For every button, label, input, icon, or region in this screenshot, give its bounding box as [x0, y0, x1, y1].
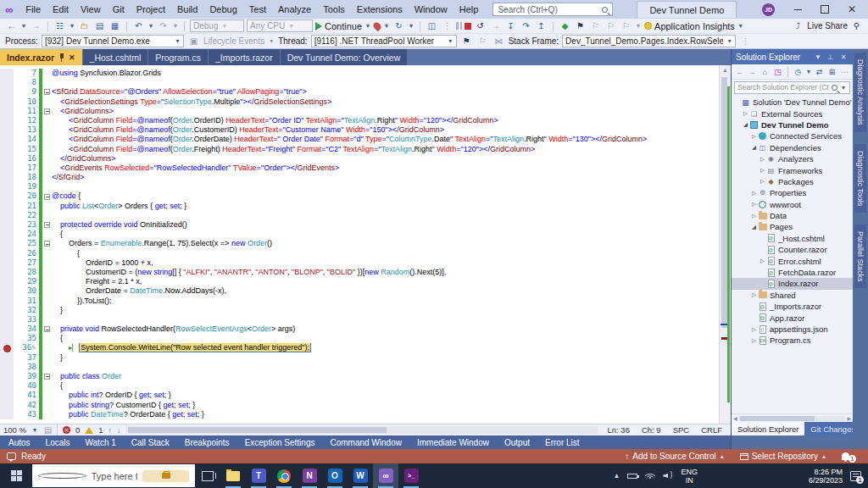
taskbar-app-teams[interactable]: T: [246, 463, 271, 488]
horizontal-scrollbar-thumb[interactable]: [128, 427, 387, 433]
tree-item-properties[interactable]: ▷⚙Properties: [732, 187, 853, 198]
tree-item-fetchdata-razor[interactable]: @FetchData.razor: [732, 267, 853, 278]
breakpoint-margin[interactable]: [0, 191, 14, 201]
new-project-caret[interactable]: ▼: [69, 23, 75, 29]
tree-item-connected-services[interactable]: ▷Connected Services: [732, 130, 853, 141]
restart-debugging-icon[interactable]: ↺: [474, 19, 487, 32]
maximize-button[interactable]: [812, 0, 837, 19]
tree-item-dependencies[interactable]: ◢◫Dependencies: [732, 142, 853, 153]
new-project-icon[interactable]: ☷: [53, 19, 66, 32]
se-scrollbar-thumb[interactable]: [740, 416, 815, 421]
notifications-bell-button[interactable]: 1: [837, 450, 861, 463]
menu-project[interactable]: Project: [131, 3, 171, 16]
breakpoint-margin[interactable]: [0, 145, 14, 154]
solution-explorer-search-input[interactable]: Search Solution Explorer (Ctrl+;) ▼: [734, 81, 850, 94]
error-count-icon[interactable]: ✕: [63, 426, 70, 434]
show-next-statement-icon[interactable]: →: [489, 19, 502, 32]
fold-margin[interactable]: [42, 108, 52, 114]
restart-app-icon[interactable]: ↻: [392, 19, 405, 32]
panel-tab-breakpoints[interactable]: Breakpoints: [178, 437, 236, 448]
navigate-back-icon[interactable]: ←: [5, 19, 18, 32]
breakpoint-margin[interactable]: [0, 164, 14, 173]
panel-tab-error-list[interactable]: Error List: [538, 437, 587, 448]
redo-icon[interactable]: ↷: [157, 19, 170, 32]
code-line[interactable]: 19: [0, 182, 719, 191]
language-indicator[interactable]: ENG IN: [681, 468, 698, 485]
taskbar-search-box[interactable]: Type here to search: [32, 464, 195, 487]
tab--host-cshtml[interactable]: _Host.cshtml: [83, 49, 148, 65]
fold-margin[interactable]: [42, 241, 52, 247]
unflag-threads-icon[interactable]: ⚐: [476, 35, 489, 47]
tree-collapse-arrow-icon[interactable]: ▷: [759, 178, 766, 185]
close-panel-icon[interactable]: ✕: [838, 53, 849, 61]
se-search-caret[interactable]: ▼: [840, 85, 847, 91]
hot-reload-icon[interactable]: [372, 20, 383, 31]
code-line[interactable]: 33: [0, 315, 719, 324]
se-scroll-left-icon[interactable]: ◀: [733, 415, 737, 421]
code-line[interactable]: 17 <GridEvents RowSelected="RowSelectedH…: [0, 164, 719, 173]
breakpoint-margin[interactable]: [0, 249, 14, 258]
window-position-caret-icon[interactable]: ▼: [813, 53, 823, 61]
tree-item-dev-tunnel-demo[interactable]: ◢Dev Tunnel Demo: [732, 119, 853, 130]
tree-item-program-cs[interactable]: ▷C#Program.cs: [732, 335, 853, 346]
home-icon[interactable]: ⌂: [760, 66, 771, 77]
code-line[interactable]: 39 public class Order: [0, 372, 719, 381]
save-icon[interactable]: ▤: [93, 19, 106, 32]
filter-caret[interactable]: ▼: [805, 69, 812, 75]
code-line[interactable]: 13 <GridColumn Field=@nameof(Order.Custo…: [0, 125, 719, 135]
space-mode-indicator[interactable]: SPC: [673, 425, 690, 435]
code-line[interactable]: 21 public List<Order> Orders { get; set;…: [0, 202, 719, 211]
wifi-icon[interactable]: [645, 472, 655, 480]
toolbar-overflow-icon[interactable]: ⋮: [441, 19, 453, 32]
lifecycle-events-icon[interactable]: ▣: [187, 35, 200, 47]
tree-item-wwwroot[interactable]: ▷wwwroot: [732, 199, 853, 210]
se-scroll-right-icon[interactable]: ▶: [847, 415, 851, 421]
taskbar-app-chrome[interactable]: [271, 463, 297, 488]
panel-tab-call-stack[interactable]: Call Stack: [125, 437, 176, 448]
code-line[interactable]: 42 public string? CustomerID { get; set;…: [0, 401, 719, 410]
taskbar-app-file-explorer[interactable]: [220, 463, 246, 488]
tree-item-shared[interactable]: ▷Shared: [732, 290, 853, 301]
volume-icon[interactable]: [663, 472, 673, 480]
panel-tab-exception-settings[interactable]: Exception Settings: [238, 437, 322, 448]
collapse-region-icon[interactable]: [44, 374, 50, 380]
quick-search-box[interactable]: Search (Ctrl+Q): [492, 3, 613, 16]
switch-views-icon[interactable]: ◳: [772, 66, 783, 77]
breakpoint-margin[interactable]: [0, 220, 14, 230]
code-line[interactable]: 26 {: [0, 249, 719, 258]
live-share-icon[interactable]: ⤴: [792, 19, 804, 32]
panel-tab-watch-1[interactable]: Watch 1: [78, 437, 122, 448]
action-center-icon[interactable]: 1: [850, 471, 861, 481]
save-all-icon[interactable]: ▦: [108, 19, 121, 32]
breakpoint-margin[interactable]: [0, 116, 14, 125]
tree-collapse-arrow-icon[interactable]: ▷: [750, 190, 758, 197]
tree-item-error-cshtml[interactable]: ▷@Error.cshtml: [732, 255, 853, 266]
hidden-icons-chevron[interactable]: ▲: [614, 472, 620, 480]
breakpoint-margin[interactable]: [0, 391, 14, 400]
step-over-icon[interactable]: ↷: [520, 19, 532, 32]
tree-expand-arrow-icon[interactable]: ◢: [742, 121, 749, 128]
panel-tab-locals[interactable]: Locals: [39, 437, 77, 448]
sync-with-active-document-icon[interactable]: ⇄: [814, 66, 825, 77]
code-line[interactable]: 11 <GridColumns>: [0, 107, 719, 116]
collapse-region-icon[interactable]: [44, 222, 50, 228]
lifecycle-events-caret[interactable]: ▼: [268, 38, 275, 44]
code-line[interactable]: 28 CustomerID = (new string[] { "ALFKI",…: [0, 268, 719, 277]
clock[interactable]: 8:26 PM 6/29/2023: [705, 468, 843, 485]
code-line[interactable]: 22: [0, 211, 719, 220]
code-line[interactable]: 30 OrderDate = DateTime.Now.AddDays(-x),: [0, 286, 719, 296]
side-tab-diagnostic-analysis[interactable]: Diagnostic Analysis: [854, 53, 866, 132]
code-line[interactable]: 32 }: [0, 306, 719, 315]
continue-button[interactable]: Continue: [325, 21, 362, 31]
tree-item--imports-razor[interactable]: @_Imports.razor: [732, 301, 853, 312]
tree-item-packages[interactable]: ▷◆Packages: [732, 176, 853, 187]
close-button[interactable]: ✕: [839, 0, 865, 19]
fold-margin[interactable]: [42, 326, 52, 332]
breakpoint-margin[interactable]: [0, 182, 14, 191]
tree-item-external-sources[interactable]: ▷❏External Sources: [732, 108, 853, 119]
code-line[interactable]: 15 <GridColumn Field=@nameof(Order.Freig…: [0, 145, 719, 154]
breakpoint-margin[interactable]: [0, 202, 14, 211]
code-line[interactable]: 14 <GridColumn Field=@nameof(Order.Order…: [0, 135, 719, 144]
taskbar-app-onenote[interactable]: N: [297, 463, 322, 488]
breakpoint-margin[interactable]: [0, 381, 14, 391]
